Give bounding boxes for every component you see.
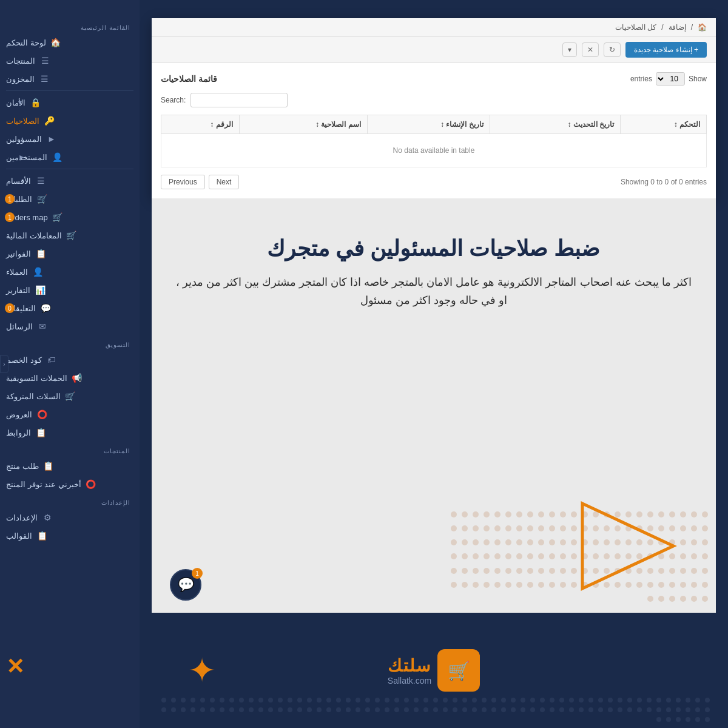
sidebar-item-request-product[interactable]: 📋 طلب منتج [0, 457, 140, 475]
sidebar-item-products[interactable]: ☰ المنتجات [0, 52, 140, 70]
sidebar-label-products: المنتجات [6, 56, 35, 66]
customers-icon: 👤 [33, 267, 42, 277]
invoices-icon: 📋 [36, 249, 46, 258]
sidebar-item-templates[interactable]: 📋 القوالب [0, 527, 140, 545]
sidebar-item-permissions[interactable]: 🔑 الصلاحيات [0, 112, 140, 130]
x-decoration: ✕ [6, 654, 24, 679]
prev-btn[interactable]: Previous [161, 175, 205, 189]
home-icon: 🏠 [698, 23, 707, 32]
col-name: اسم الصلاحية ↕ [239, 115, 367, 134]
sidebar-item-customers[interactable]: 👤 العملاء [0, 263, 140, 281]
logo-arabic: سلتك [388, 656, 431, 676]
orders-map-badge: 1 [5, 212, 15, 222]
sidebar-label-invoices: الفواتير [6, 249, 31, 258]
close-button[interactable]: ✕ [582, 42, 599, 57]
sidebar-section-marketing: التسويق [0, 335, 140, 351]
search-input[interactable] [190, 93, 288, 107]
promo-subtext: اكثر ما يبحث عنه اصحاب المتاجر الالكترون… [176, 273, 692, 310]
sidebar-toggle[interactable]: ‹ [0, 355, 8, 373]
sidebar-label-dashboard: لوحة التحكم [6, 38, 46, 47]
sidebar-label-security: الأمان [6, 98, 25, 107]
pagination: Next Previous [161, 175, 239, 189]
sidebar-section-storeprod: المنتجات [0, 442, 140, 457]
sidebar-item-inventory[interactable]: ☰ المخزون [0, 70, 140, 88]
offers-icon: ⭕ [37, 410, 47, 419]
footer-logo: 🛒 سلتك Sallatk.com [388, 649, 480, 692]
show-label: Show [689, 75, 707, 83]
promo-headline: ضبط صلاحيات المسئولين في متجرك [176, 235, 692, 263]
products-icon: ☰ [40, 56, 50, 66]
sidebar-item-comments[interactable]: 💬 التعليقات 0 [0, 299, 140, 317]
orders-map-icon: 🛒 [53, 212, 62, 222]
dropdown-button[interactable]: ▾ [562, 42, 577, 57]
links-icon: 📋 [36, 428, 46, 437]
sidebar: القائمة الرئيسية 🏠 لوحة التحكم ☰ المنتجا… [0, 0, 140, 728]
sidebar-item-reports[interactable]: 📊 التقارير [0, 281, 140, 299]
sidebar-item-coupon[interactable]: 🏷 كود الخصم [0, 351, 140, 369]
show-entries: Show 10 25 50 entries [630, 72, 707, 86]
expand-arrow: ► [18, 153, 25, 161]
admins-icon: ► [47, 134, 56, 144]
logo-text-group: سلتك Sallatk.com [388, 656, 431, 686]
sidebar-label-request-product: طلب منتج [6, 462, 39, 471]
inventory-icon: ☰ [39, 74, 49, 84]
sidebar-item-admins[interactable]: ► المسؤولين [0, 130, 140, 148]
sidebar-divider-2 [6, 169, 133, 169]
table-empty-row: No data available in table [161, 134, 707, 167]
chat-bubble[interactable]: 💬 1 [170, 569, 201, 601]
table-top-bar: Show 10 25 50 entries قائمة الصلاحيات [161, 72, 707, 86]
sidebar-item-users[interactable]: 👤 المستخدمين ► [0, 148, 140, 166]
sidebar-label-transactions: المعاملات المالية [6, 231, 62, 240]
sidebar-label-users: المستخدمين [6, 153, 47, 162]
sidebar-label-messages: الرسائل [6, 322, 33, 331]
transactions-icon: 🛒 [67, 231, 76, 240]
orders-icon: 🛒 [37, 194, 47, 204]
sidebar-item-notify-available[interactable]: ⭕ أخبرني عند توفر المنتج [0, 475, 140, 493]
sidebar-section-main: القائمة الرئيسية [0, 18, 140, 33]
sidebar-label-admins: المسؤولين [6, 135, 42, 144]
sidebar-item-messages[interactable]: ✉ الرسائل [0, 317, 140, 335]
reports-icon: 📊 [35, 285, 45, 295]
sidebar-label-templates: القوالب [6, 531, 32, 541]
campaigns-icon: 📢 [72, 373, 82, 383]
table-title: قائمة الصلاحيات [161, 74, 217, 84]
sidebar-item-invoices[interactable]: 📋 الفواتير [0, 244, 140, 263]
templates-icon: 📋 [37, 531, 47, 541]
orders-badge: 1 [5, 194, 15, 204]
chat-badge: 1 [192, 568, 203, 579]
breadcrumb-sep2: / [661, 23, 663, 32]
sidebar-item-security[interactable]: 🔒 الأمان ▾ [0, 93, 140, 112]
sidebar-label-reports: التقارير [6, 286, 30, 295]
sidebar-item-links[interactable]: 📋 الروابط [0, 423, 140, 442]
sidebar-item-categories[interactable]: ☰ الأقسام [0, 172, 140, 190]
sidebar-label-offers: العروض [6, 410, 32, 419]
sidebar-label-coupon: كود الخصم [6, 356, 42, 365]
lock-icon: 🔒 [30, 98, 40, 107]
col-update-date: تاريخ التحديث ↕ [490, 115, 620, 134]
sidebar-item-dashboard[interactable]: 🏠 لوحة التحكم [0, 33, 140, 52]
breadcrumb: 🏠 / إضافة / كل الصلاحيات [152, 18, 716, 37]
sidebar-item-abandoned-carts[interactable]: 🛒 السلات المتروكة [0, 387, 140, 405]
star-decoration: ✦ [188, 651, 216, 690]
key-icon: 🔑 [44, 116, 54, 126]
sidebar-item-settings[interactable]: ⚙ الإعدادات [0, 508, 140, 527]
sidebar-item-offers[interactable]: ⭕ العروض [0, 405, 140, 423]
create-permission-button[interactable]: + إنشاء صلاحية جديدة [625, 42, 707, 58]
abandoned-carts-icon: 🛒 [66, 391, 75, 401]
coupon-icon: 🏷 [47, 355, 56, 365]
sidebar-item-orders-map[interactable]: 🛒 Orders map 1 [0, 208, 140, 226]
table-header-row: التحكم ↕ تاريخ التحديث ↕ تاريخ الإنشاء ↕… [161, 115, 707, 134]
promo-area: ضبط صلاحيات المسئولين في متجرك اكثر ما ي… [152, 198, 716, 613]
next-btn[interactable]: Next [209, 175, 240, 189]
page-wrapper: 🏠 / إضافة / كل الصلاحيات + إنشاء صلاحية … [0, 0, 728, 728]
entries-label: entries [630, 75, 652, 83]
triangle-decoration [558, 491, 679, 601]
sidebar-label-customers: العملاء [6, 268, 28, 277]
entries-select[interactable]: 10 25 50 [656, 72, 685, 86]
breadcrumb-sep: / [691, 23, 693, 32]
sidebar-item-orders[interactable]: 🛒 الطلبات 1 [0, 190, 140, 208]
sidebar-item-transactions[interactable]: 🛒 المعاملات المالية [0, 226, 140, 244]
refresh-button[interactable]: ↻ [604, 42, 621, 57]
sidebar-item-campaigns[interactable]: 📢 الحملات التسويقية [0, 369, 140, 387]
sidebar-label-inventory: المخزون [6, 75, 35, 84]
